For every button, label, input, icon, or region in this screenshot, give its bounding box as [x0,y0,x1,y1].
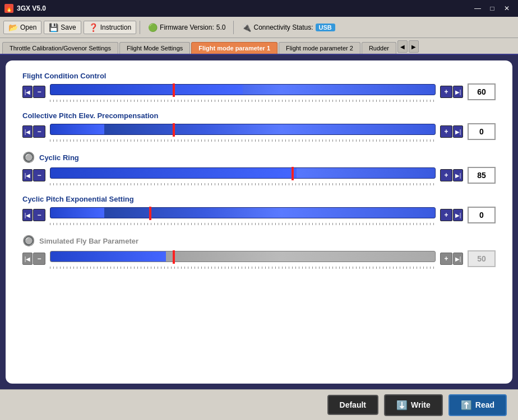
write-button[interactable]: ⬇️ Write [384,394,443,416]
save-button[interactable]: 💾 Save [44,21,81,34]
param-cyclic-ring-title: 🔘 Cyclic Ring [22,151,496,164]
slider-dec-2[interactable]: − [33,169,45,181]
default-label: Default [340,400,366,409]
connectivity-icon: 🔌 [242,23,251,32]
slider-ticks-1 [50,139,436,144]
open-icon: 📂 [8,23,18,32]
slider-ticks-3 [50,223,436,227]
connectivity-info: 🔌 Connectivity Status: USB [237,21,339,34]
value-box-2: 85 [468,167,496,184]
bottom-bar: Default ⬇️ Write ⬆️ Read [0,389,518,420]
slider-row-collective-pitch: |◀ − + ▶| [22,123,496,140]
value-box-3: 0 [468,207,496,223]
save-icon: 💾 [49,23,58,32]
param-collective-pitch: Collective Pitch Elev. Precompensation |… [22,111,496,140]
slider-track-0[interactable] [50,84,436,95]
panel: Flight Condition Control |◀ − [6,60,512,384]
param-simulated-flybar: 🔘 Simulated Fly Bar Parameter |◀ − [22,235,496,267]
maximize-button[interactable]: □ [485,3,499,14]
tab-rudder[interactable]: Rudder [362,42,396,54]
firmware-icon: 🟢 [148,23,158,32]
slider-row-cyclic-ring: |◀ − + ▶| [22,167,496,184]
divider-2 [233,21,234,34]
btn-group-right-4: + ▶| [440,253,463,265]
slider-skip-start-1[interactable]: |◀ [22,125,33,138]
slider-dec-3[interactable]: − [33,209,45,221]
slider-skip-start-3[interactable]: |◀ [22,209,33,221]
usb-badge: USB [316,24,335,31]
connectivity-label: Connectivity Status: [253,24,313,31]
slider-inc-1[interactable]: + [440,125,452,138]
write-label: Write [411,400,431,409]
slider-track-container-0[interactable] [50,84,436,100]
window-controls: — □ ✕ [471,3,514,14]
slider-track-container-2[interactable] [50,167,436,183]
slider-dec-4[interactable]: − [33,253,45,265]
btn-group-left-4: |◀ − [22,253,45,265]
tab-flight-mode[interactable]: Flight Mode Settings [119,42,190,54]
param-cyclic-pitch-title: Cyclic Pitch Exponential Setting [22,195,496,203]
slider-dec-0[interactable]: − [33,86,45,98]
btn-group-right-0: + ▶| [440,86,463,98]
slider-fill-3 [50,208,104,218]
close-button[interactable]: ✕ [500,3,514,14]
slider-inc-2[interactable]: + [440,169,452,181]
default-button[interactable]: Default [327,395,378,415]
btn-group-right-2: + ▶| [440,169,463,181]
slider-ticks-4 [50,267,436,271]
slider-skip-start-2[interactable]: |◀ [22,169,33,181]
slider-handle-4[interactable] [173,250,175,264]
slider-row-simulated-flybar: |◀ − + ▶| [22,250,496,267]
slider-handle-1[interactable] [173,123,175,137]
slider-skip-start-0[interactable]: |◀ [22,86,33,98]
cyclic-ring-icon: 🔘 [22,151,35,164]
main-content: Flight Condition Control |◀ − [0,55,518,389]
slider-handle-2[interactable] [292,167,294,180]
param-flight-condition-title: Flight Condition Control [22,72,496,80]
title-bar: 🔥 3GX V5.0 — □ ✕ [0,0,518,17]
read-button[interactable]: ⬆️ Read [448,394,507,416]
instruction-button[interactable]: ❓ Instruction [84,21,136,34]
slider-ticks-2 [50,183,436,188]
slider-ticks-0 [50,100,436,104]
slider-track-container-4[interactable] [50,251,436,267]
slider-inc-3[interactable]: + [440,209,452,221]
param-flight-condition: Flight Condition Control |◀ − [22,72,496,100]
slider-skip-end-0[interactable]: ▶| [453,86,463,98]
tab-param1[interactable]: Flight mode parameter 1 [191,42,278,54]
slider-row-cyclic-pitch: |◀ − + ▶| [22,207,496,223]
btn-group-left-2: |◀ − [22,169,45,181]
btn-group-right-3: + ▶| [440,209,463,221]
firmware-info: 🟢 Firmware Version: 5.0 [144,21,230,34]
save-label: Save [61,24,76,31]
slider-track-4[interactable] [50,251,436,262]
slider-skip-start-4[interactable]: |◀ [22,253,33,265]
slider-skip-end-1[interactable]: ▶| [453,125,463,138]
minimize-button[interactable]: — [471,3,484,14]
toolbar: 📂 Open 💾 Save ❓ Instruction 🟢 Firmware V… [0,17,518,38]
slider-skip-end-3[interactable]: ▶| [453,209,463,221]
value-box-0: 60 [468,83,496,100]
tab-param2[interactable]: Flight mode parameter 2 [279,42,360,54]
slider-inc-4[interactable]: + [440,253,452,265]
open-button[interactable]: 📂 Open [3,21,41,34]
slider-track-3[interactable] [50,207,436,218]
slider-inc-0[interactable]: + [440,86,452,98]
slider-track-1[interactable] [50,124,436,135]
app-title: 3GX V5.0 [17,4,46,12]
slider-track-container-3[interactable] [50,207,436,223]
slider-handle-0[interactable] [173,83,175,97]
tab-prev-button[interactable]: ◀ [397,40,408,53]
tab-next-button[interactable]: ▶ [409,40,419,53]
open-label: Open [20,24,36,31]
slider-skip-end-4[interactable]: ▶| [453,253,463,265]
slider-handle-3[interactable] [149,207,151,220]
slider-row-flight-condition: |◀ − + ▶| [22,83,496,100]
slider-track-container-1[interactable] [50,124,436,139]
slider-track-2[interactable] [50,167,436,179]
tab-bar: Throttle Calibration/Govenor Settings Fl… [0,38,518,55]
slider-skip-end-2[interactable]: ▶| [453,169,463,181]
tab-throttle[interactable]: Throttle Calibration/Govenor Settings [2,42,118,54]
firmware-version: 5.0 [216,24,226,31]
slider-dec-1[interactable]: − [33,125,45,138]
